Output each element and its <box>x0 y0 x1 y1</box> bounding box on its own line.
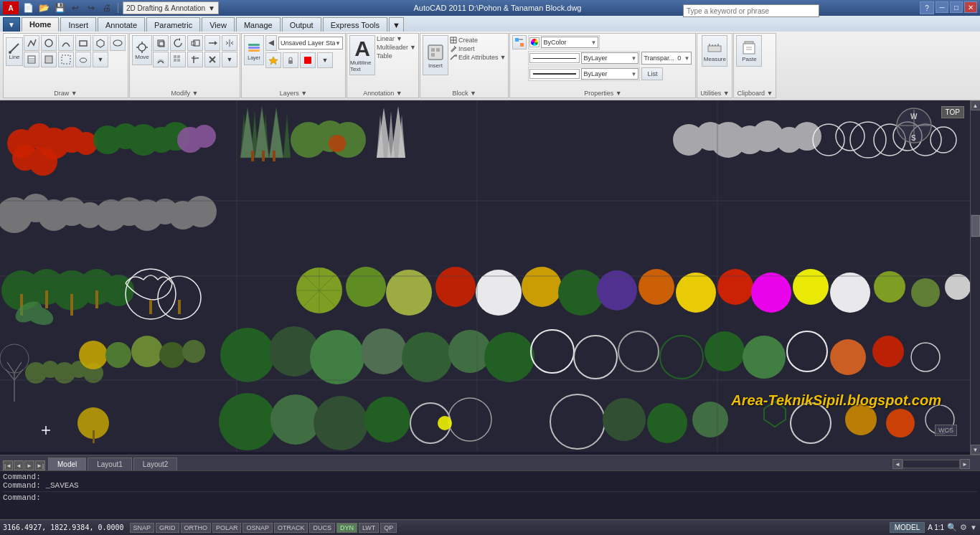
tab-output[interactable]: Output <box>282 17 321 32</box>
tab-model[interactable]: Model <box>48 458 86 470</box>
list-tool[interactable]: List <box>641 67 663 80</box>
restore-btn[interactable]: □ <box>950 1 963 13</box>
qa-save[interactable]: 💾 <box>53 1 66 14</box>
qa-redo[interactable]: ↪ <box>85 1 98 14</box>
zoom-btn[interactable]: 🔍 <box>947 523 957 532</box>
layer-lock[interactable] <box>283 52 298 68</box>
tab-layout2[interactable]: Layout2 <box>133 458 178 470</box>
svg-rect-35 <box>248 49 260 52</box>
command-text-input[interactable] <box>42 493 977 502</box>
snap-btn[interactable]: SNAP <box>130 523 155 533</box>
tab-parametric[interactable]: Parametric <box>146 17 200 32</box>
help-icon[interactable]: ? <box>920 1 934 14</box>
rect-tool[interactable] <box>75 35 91 51</box>
ducs-btn[interactable]: DUCS <box>309 523 335 533</box>
line-tool[interactable]: Line <box>6 37 23 66</box>
tab-express[interactable]: Express Tools <box>323 17 387 32</box>
layer-freeze[interactable] <box>265 52 281 68</box>
close-btn[interactable]: ✕ <box>964 1 977 13</box>
top-view-btn[interactable]: TOP <box>941 106 964 118</box>
modifydown-btn[interactable]: ▼ <box>222 52 237 67</box>
hatch-tool[interactable] <box>24 52 39 67</box>
layer-color[interactable] <box>300 52 316 68</box>
linetype-combo[interactable]: ByLayer ▼ <box>581 52 639 64</box>
region-tool[interactable] <box>41 52 57 67</box>
qa-print[interactable]: 🖨 <box>100 1 113 14</box>
revcloud-tool[interactable] <box>75 52 91 67</box>
insert-tool[interactable]: Insert <box>423 35 448 75</box>
mirror-tool[interactable] <box>222 35 237 51</box>
copy-tool[interactable] <box>153 35 169 51</box>
tab-nav-last[interactable]: ►| <box>35 460 45 470</box>
boundary-tool[interactable] <box>58 52 74 67</box>
mtext-tool[interactable]: A Multiline Text <box>349 35 375 75</box>
paste-tool[interactable]: Paste <box>736 35 762 67</box>
tab-nav-first[interactable]: |◄ <box>3 460 13 470</box>
minimize-btn[interactable]: ─ <box>936 1 948 13</box>
qp-btn[interactable]: QP <box>380 523 397 533</box>
scroll-up-btn[interactable]: ▲ <box>971 100 981 110</box>
rotate-tool[interactable] <box>170 35 186 51</box>
edit-attributes-btn[interactable]: Edit Attributes ▼ <box>450 54 506 61</box>
edit-btn[interactable]: Insert <box>450 45 506 52</box>
layer-properties-tool[interactable]: Layer <box>244 35 264 65</box>
scroll-thumb[interactable] <box>971 215 980 237</box>
settings-btn[interactable]: ⚙ <box>960 523 967 532</box>
transparent-combo[interactable]: Transpar... 0 ▼ <box>641 52 692 65</box>
offset-tool[interactable] <box>153 52 169 67</box>
workspace-selector[interactable]: 2D Drafting & Annotation ▼ <box>123 1 219 14</box>
dyn-btn[interactable]: DYN <box>336 523 357 533</box>
lwt-btn[interactable]: LWT <box>359 523 379 533</box>
match-properties-tool[interactable] <box>512 35 527 49</box>
svg-rect-208 <box>93 430 95 443</box>
erase-tool[interactable] <box>204 52 220 67</box>
svg-rect-50 <box>515 38 519 42</box>
layer-combo[interactable]: Unsaved Layer State ▼ <box>278 37 343 49</box>
tab-annotate[interactable]: Annotate <box>98 17 145 32</box>
scale-tool[interactable] <box>187 35 203 51</box>
polar-btn[interactable]: POLAR <box>212 523 242 533</box>
drawdown-btn[interactable]: ▼ <box>93 52 108 67</box>
tab-nav-prev[interactable]: ◄ <box>14 460 24 470</box>
model-mode[interactable]: MODEL <box>890 522 925 533</box>
array-tool[interactable] <box>170 52 186 67</box>
tab-layout1[interactable]: Layout1 <box>88 458 132 470</box>
polyline-tool[interactable] <box>24 35 39 51</box>
lineweight-combo[interactable]: ByLayer ▼ <box>581 68 639 80</box>
scroll-down-btn[interactable]: ▼ <box>971 445 981 455</box>
qa-undo[interactable]: ↩ <box>69 1 82 14</box>
tab-extra[interactable]: ▼ <box>389 17 404 32</box>
otrack-btn[interactable]: OTRACK <box>274 523 308 533</box>
qa-open[interactable]: 📂 <box>37 1 50 14</box>
osnap-btn[interactable]: OSNAP <box>242 523 273 533</box>
measure-tool[interactable]: Measure <box>702 35 727 67</box>
stretch-tool[interactable] <box>204 35 220 51</box>
ellipse-tool[interactable] <box>110 35 126 51</box>
statusbar-toggle[interactable]: ▼ <box>970 524 977 531</box>
svg-line-48 <box>451 55 455 60</box>
grid-btn[interactable]: GRID <box>156 523 179 533</box>
layer-more[interactable]: ▼ <box>317 52 333 68</box>
trim-tool[interactable] <box>187 52 203 67</box>
svg-rect-27 <box>177 59 180 62</box>
canvas-area[interactable]: Area-TeknikSipil.blogspot.com W S TOP WC… <box>0 100 970 452</box>
tab-home[interactable]: Home <box>22 17 60 32</box>
polygon-tool[interactable] <box>93 35 108 51</box>
tab-nav-next[interactable]: ► <box>24 460 34 470</box>
tab-view[interactable]: View <box>202 17 235 32</box>
tab-manage[interactable]: Manage <box>236 17 281 32</box>
create-btn[interactable]: Create <box>450 37 506 44</box>
ortho-btn[interactable]: ORTHO <box>181 523 211 533</box>
circle-tool[interactable] <box>41 35 57 51</box>
tab-insert[interactable]: Insert <box>60 17 96 32</box>
hscroll-left[interactable]: ◄ <box>892 459 903 469</box>
right-scrollbar[interactable]: ▲ ▼ <box>970 100 980 455</box>
move-tool[interactable]: Move <box>132 35 152 65</box>
arc-tool[interactable] <box>58 35 74 51</box>
qa-new[interactable]: 📄 <box>22 1 34 14</box>
tab-app-menu[interactable]: ▼ <box>3 17 20 32</box>
hscroll-right[interactable]: ► <box>960 459 970 469</box>
search-input[interactable] <box>683 4 819 17</box>
color-combo[interactable]: ByColor ▼ <box>541 37 598 48</box>
layer-prev[interactable] <box>265 35 277 51</box>
